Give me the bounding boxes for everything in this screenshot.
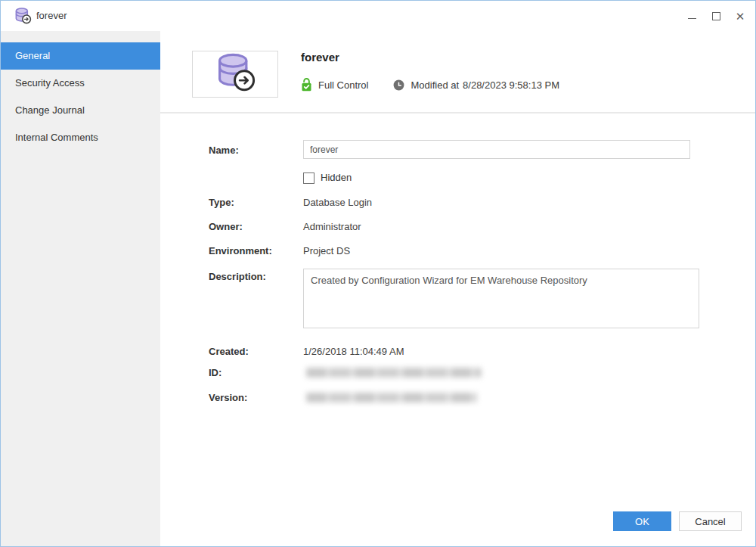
environment-label: Environment: bbox=[209, 245, 272, 256]
owner-label: Owner: bbox=[209, 221, 243, 232]
sidebar-item-change-journal[interactable]: Change Journal bbox=[1, 97, 160, 124]
sidebar-item-internal-comments[interactable]: Internal Comments bbox=[1, 124, 160, 151]
name-label: Name: bbox=[209, 145, 239, 156]
created-value: 1/26/2018 11:04:49 AM bbox=[303, 346, 404, 357]
entity-icon-box bbox=[192, 51, 278, 98]
header-divider bbox=[160, 112, 755, 113]
window-controls: ✕ bbox=[680, 1, 752, 31]
version-label: Version: bbox=[209, 392, 247, 403]
id-label: ID: bbox=[209, 367, 222, 378]
title-bar: forever ✕ bbox=[1, 1, 755, 31]
maximize-icon bbox=[712, 12, 720, 20]
database-arrow-icon bbox=[14, 8, 32, 24]
clock-icon bbox=[393, 79, 404, 91]
description-textarea[interactable]: Created by Configuration Wizard for EM W… bbox=[303, 269, 699, 328]
description-label: Description: bbox=[209, 271, 266, 282]
name-input[interactable] bbox=[303, 140, 690, 159]
main-panel: forever Full Control Modified at 8/28/20… bbox=[160, 31, 755, 546]
close-icon: ✕ bbox=[736, 11, 745, 22]
id-value-redacted bbox=[306, 368, 482, 378]
database-arrow-icon bbox=[213, 53, 257, 95]
version-value-redacted bbox=[306, 393, 477, 402]
window-title: forever bbox=[36, 10, 67, 21]
minimize-icon bbox=[688, 18, 696, 19]
permission-label: Full Control bbox=[318, 79, 368, 91]
type-value: Database Login bbox=[303, 197, 372, 208]
dialog-window: forever ✕ General Security Access Change… bbox=[0, 0, 756, 547]
modified-value: 8/28/2023 9:58:13 PM bbox=[463, 79, 559, 91]
lock-check-icon bbox=[301, 78, 312, 92]
type-label: Type: bbox=[209, 197, 234, 208]
hidden-checkbox-label: Hidden bbox=[321, 172, 352, 183]
environment-value: Project DS bbox=[303, 245, 350, 256]
sidebar-item-security-access[interactable]: Security Access bbox=[1, 70, 160, 97]
sidebar: General Security Access Change Journal I… bbox=[1, 31, 160, 546]
minimize-button[interactable] bbox=[680, 1, 704, 31]
entity-title: forever bbox=[301, 51, 339, 64]
header-status-row: Full Control Modified at 8/28/2023 9:58:… bbox=[301, 77, 559, 92]
owner-value: Administrator bbox=[303, 221, 361, 232]
maximize-button[interactable] bbox=[704, 1, 728, 31]
sidebar-item-general[interactable]: General bbox=[1, 42, 160, 70]
close-button[interactable]: ✕ bbox=[728, 1, 752, 31]
cancel-button[interactable]: Cancel bbox=[679, 511, 742, 531]
ok-button[interactable]: OK bbox=[613, 511, 671, 531]
created-label: Created: bbox=[209, 346, 249, 357]
modified-label: Modified at bbox=[411, 79, 459, 91]
hidden-checkbox[interactable] bbox=[303, 172, 314, 184]
